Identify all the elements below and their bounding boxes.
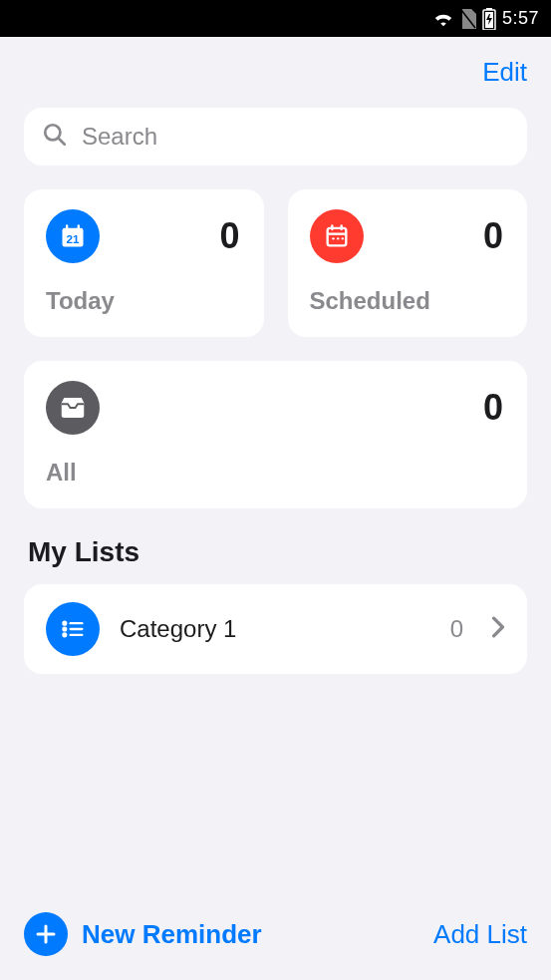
search-input[interactable] [82,123,509,151]
scheduled-card[interactable]: 0 Scheduled [288,189,528,337]
scheduled-count: 0 [483,215,503,257]
header: Edit [0,37,551,98]
svg-point-15 [337,237,339,239]
new-reminder-button[interactable]: New Reminder [24,912,262,956]
lists-container: Category 1 0 [0,584,551,674]
search-icon [42,122,68,152]
svg-rect-1 [486,8,492,10]
new-reminder-label: New Reminder [82,919,262,950]
plus-circle-icon [24,912,68,956]
wifi-icon [432,10,454,28]
today-card[interactable]: 21 0 Today [24,189,264,337]
calendar-scheduled-icon [310,209,364,263]
svg-rect-12 [331,224,333,230]
list-name: Category 1 [120,615,430,643]
battery-charging-icon [482,8,496,30]
today-count: 0 [219,215,239,257]
my-lists-title: My Lists [0,508,551,584]
svg-rect-13 [340,224,342,230]
bottom-toolbar: New Reminder Add List [0,892,551,980]
search-bar[interactable] [24,108,527,165]
all-count: 0 [483,387,503,429]
today-label: Today [46,287,240,315]
edit-button[interactable]: Edit [482,57,527,88]
summary-cards: 21 0 Today 0 Scheduled 0 All [0,189,551,508]
calendar-today-icon: 21 [46,209,100,263]
scheduled-label: Scheduled [310,287,504,315]
svg-line-4 [58,138,65,145]
no-sim-icon [460,9,476,29]
chevron-right-icon [491,616,505,642]
list-count: 0 [450,615,463,643]
add-list-button[interactable]: Add List [433,919,527,950]
inbox-icon [46,381,100,435]
svg-point-14 [332,237,334,239]
search-container [0,98,551,189]
status-time: 5:57 [502,8,539,29]
list-item[interactable]: Category 1 0 [24,584,527,674]
svg-text:21: 21 [67,232,80,245]
all-card[interactable]: 0 All [24,361,527,508]
svg-point-19 [63,628,66,631]
svg-rect-8 [78,224,80,230]
list-icon [46,602,100,656]
svg-point-16 [341,237,343,239]
svg-rect-7 [66,224,68,230]
svg-point-21 [63,633,66,636]
status-bar: 5:57 [0,0,551,37]
all-label: All [46,459,503,487]
svg-rect-10 [327,228,346,246]
svg-point-17 [63,622,66,625]
